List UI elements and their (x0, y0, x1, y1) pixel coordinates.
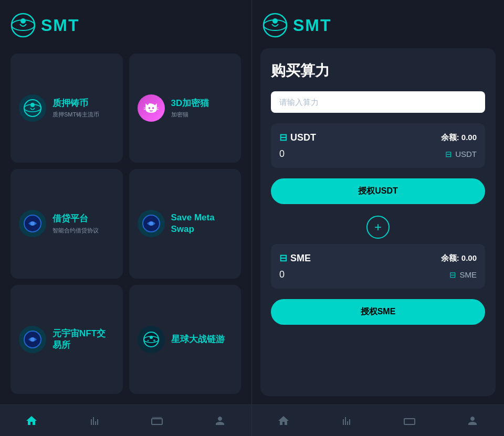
usdt-right-token: ⊟ USDT (445, 150, 477, 159)
usdt-balance: 余额: 0.00 (441, 133, 477, 143)
svg-point-0 (12, 14, 35, 37)
card-mint-title: 质押铸币 (52, 98, 114, 109)
svg-point-20 (150, 336, 153, 339)
sme-right-icon: ⊟ (449, 270, 456, 280)
usdt-amount-row: 0 ⊟ USDT (279, 148, 477, 159)
right-panel: SMT 购买算力 ⊟ USDT 余额: 0.00 0 ⊟ USDT (252, 0, 504, 436)
menu-grid: 质押铸币 质押SMT铸主流币 3D加密猫 加密猫 (0, 48, 251, 405)
left-nav-chart[interactable] (78, 410, 111, 431)
sme-icon: ⊟ (279, 252, 287, 264)
card-nft-icon (19, 326, 46, 353)
card-mint-icon (19, 94, 46, 122)
auth-usdt-button[interactable]: 授权USDT (271, 178, 485, 204)
svg-point-7 (152, 107, 154, 109)
usdt-section: ⊟ USDT 余额: 0.00 0 ⊟ USDT (271, 123, 485, 168)
sme-right-token: ⊟ SME (449, 270, 477, 280)
card-game-icon (138, 326, 165, 353)
card-cat-text: 3D加密猫 加密猫 (171, 98, 233, 119)
right-header: SMT (252, 0, 504, 48)
left-nav-wallet[interactable] (140, 410, 174, 431)
swap-card: 购买算力 ⊟ USDT 余额: 0.00 0 ⊟ USDT (260, 48, 496, 396)
usdt-token-name: ⊟ USDT (279, 132, 316, 143)
card-savemeta-icon (138, 210, 165, 237)
left-header: SMT (0, 0, 251, 48)
sme-section: ⊟ SME 余额: 0.00 0 ⊟ SME (271, 244, 485, 289)
svg-point-18 (144, 332, 159, 347)
svg-point-22 (147, 339, 149, 341)
right-nav-home[interactable] (267, 410, 300, 431)
plus-icon[interactable]: + (366, 216, 390, 239)
right-smt-logo-icon (262, 13, 288, 38)
left-brand-title: SMT (41, 16, 80, 35)
usdt-right-icon: ⊟ (445, 150, 452, 159)
svg-point-15 (149, 221, 153, 226)
card-cat-title: 3D加密猫 (171, 98, 233, 109)
card-nft-title: 元宇宙NFT交易所 (52, 328, 114, 351)
svg-point-23 (264, 14, 287, 37)
card-nft-text: 元宇宙NFT交易所 (52, 328, 114, 351)
svg-point-25 (272, 18, 278, 24)
card-lending-subtitle: 智能合约借贷协议 (52, 227, 114, 235)
usdt-header-row: ⊟ USDT 余额: 0.00 (279, 132, 477, 143)
svg-point-2 (20, 18, 26, 24)
card-mint-text: 质押铸币 质押SMT铸主流币 (52, 98, 114, 119)
svg-point-5 (30, 103, 35, 107)
right-nav-chart[interactable] (330, 410, 363, 431)
card-savemeta-text: Save Meta Swap (171, 212, 233, 235)
card-game-text: 星球大战链游 (171, 334, 233, 345)
left-nav-user[interactable] (203, 410, 237, 431)
card-lending[interactable]: 借贷平台 智能合约借贷协议 (10, 169, 123, 278)
svg-point-6 (148, 107, 150, 109)
right-bottom-nav (252, 405, 504, 436)
right-nav-user[interactable] (456, 410, 489, 431)
card-lending-title: 借贷平台 (52, 213, 114, 225)
card-cat3d[interactable]: 3D加密猫 加密猫 (129, 54, 242, 163)
left-bottom-nav (0, 405, 251, 436)
svg-point-17 (30, 337, 35, 342)
usdt-amount: 0 (279, 148, 285, 159)
sme-amount: 0 (279, 269, 285, 280)
sme-header-row: ⊟ SME 余额: 0.00 (279, 252, 477, 264)
card-lending-icon (19, 210, 46, 237)
card-cat-icon (138, 94, 165, 122)
left-nav-home[interactable] (15, 410, 48, 431)
sme-balance: 余额: 0.00 (441, 253, 477, 263)
smt-logo-icon (10, 13, 36, 38)
card-mint-subtitle: 质押SMT铸主流币 (52, 111, 114, 119)
right-nav-wallet[interactable] (393, 410, 426, 431)
card-game[interactable]: 星球大战链游 (129, 285, 242, 394)
card-cat-subtitle: 加密猫 (171, 111, 233, 119)
svg-point-3 (24, 100, 41, 116)
card-mint[interactable]: 质押铸币 质押SMT铸主流币 (10, 54, 123, 163)
card-lending-text: 借贷平台 智能合约借贷协议 (52, 213, 114, 234)
left-panel: SMT 质押铸币 质押SMT铸主流币 (0, 0, 252, 436)
svg-point-21 (153, 339, 155, 342)
swap-title: 购买算力 (271, 61, 485, 81)
card-savemeta-title: Save Meta Swap (171, 212, 233, 235)
plus-icon-container: + (271, 210, 485, 244)
computing-power-input[interactable] (271, 91, 485, 113)
card-savemeta[interactable]: Save Meta Swap (129, 169, 242, 278)
card-game-title: 星球大战链游 (171, 334, 233, 345)
svg-point-13 (30, 221, 35, 226)
auth-sme-button[interactable]: 授权SME (271, 299, 485, 325)
card-nft[interactable]: 元宇宙NFT交易所 (10, 285, 123, 394)
usdt-icon: ⊟ (279, 132, 287, 143)
right-brand-title: SMT (293, 16, 332, 35)
sme-amount-row: 0 ⊟ SME (279, 269, 477, 280)
sme-token-name: ⊟ SME (279, 252, 311, 264)
